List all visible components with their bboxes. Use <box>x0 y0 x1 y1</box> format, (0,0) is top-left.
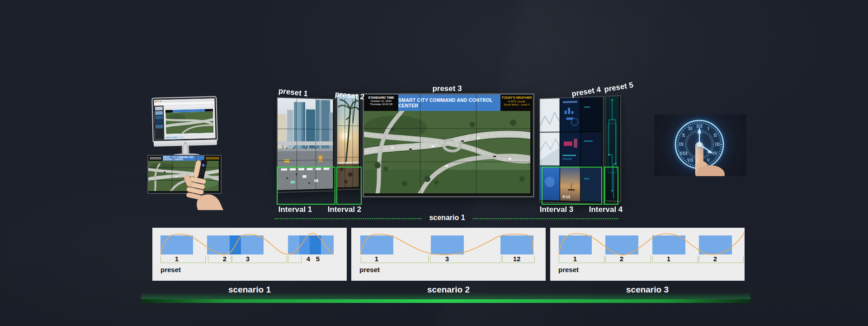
desktop-monitor <box>151 97 218 158</box>
timeline-chart-3 <box>550 228 745 281</box>
preset-number: 12 <box>513 255 521 263</box>
timeline-chart-1 <box>152 228 347 281</box>
interval-label-2: Interval 2 <box>328 205 362 214</box>
preset-number: 1 <box>573 255 577 263</box>
interval-bracket <box>559 256 604 263</box>
hand-remote-illustration <box>173 157 226 210</box>
interval-bracket <box>430 256 501 263</box>
interval-label-3: Interval 3 <box>540 205 574 214</box>
scenario-inline-label: scenario 1 <box>429 214 465 222</box>
preset-label-3: preset 3 <box>432 84 462 93</box>
interval-bracket <box>361 256 429 263</box>
scenario-dotted-line-right <box>473 218 618 219</box>
interval-label-4: Interval 4 <box>589 205 623 214</box>
minimize-icon <box>157 101 159 102</box>
preset-number: 3 <box>246 255 250 263</box>
preset-word-label: preset <box>558 266 579 273</box>
media-thumbnail <box>155 106 163 110</box>
maximize-icon <box>160 101 161 102</box>
preset-number: 1 <box>667 255 670 263</box>
interval-bracket <box>288 256 302 263</box>
interval-bracket <box>208 256 231 263</box>
media-thumbnail <box>155 111 163 115</box>
editor-canvas <box>165 108 214 134</box>
banner-time-box: STANDARD TIME October 11, 2024 Thursday … <box>364 95 398 111</box>
interval-bracket <box>652 256 698 263</box>
clock-hands <box>654 115 746 176</box>
green-bar-glow <box>141 292 750 299</box>
monitor-stand <box>182 146 189 153</box>
wall-banner: STANDARD TIME October 11, 2024 Thursday … <box>364 95 533 111</box>
preset-number: 2 <box>620 255 623 263</box>
weather-title: TODAY'S WEATHER <box>500 96 533 99</box>
timeline-strip <box>164 134 215 139</box>
preset-screen-3: STANDARD TIME October 11, 2024 Thursday … <box>363 93 534 197</box>
media-thumbnail <box>156 120 163 124</box>
monitor-screen <box>152 97 217 141</box>
interval-box-1 <box>277 167 335 205</box>
timeline-chart-2 <box>351 228 546 281</box>
interval-bracket <box>605 256 651 263</box>
preset-label-5: preset 5 <box>604 81 634 94</box>
close-icon <box>155 101 156 102</box>
wall-editor-app <box>154 98 215 139</box>
interval-bracket <box>232 256 287 263</box>
monitor-logo-icon <box>184 142 186 144</box>
interval-bracket <box>699 256 744 263</box>
weather-wind: South Wind – Level 3 <box>500 103 533 106</box>
preset-number: 2 <box>223 255 226 263</box>
media-thumbnail <box>156 125 163 128</box>
clock-photo: XII I II III IV V VI VII VIII IX X XI <box>654 115 746 176</box>
monitor-chin <box>154 139 217 147</box>
interval-label-1: Interval 1 <box>278 205 312 214</box>
preset-number: 2 <box>713 255 717 263</box>
mini-interchange-image <box>165 111 213 134</box>
preset-number: 4 <box>307 255 310 263</box>
time-title: STANDARD TIME <box>364 96 398 99</box>
interval-bracket <box>160 256 206 263</box>
banner-weather-box: TODAY'S WEATHER 8-15℃ cloudy South Wind … <box>500 95 533 111</box>
preset-number: 5 <box>316 255 320 263</box>
weather-cond: 8-15℃ cloudy <box>500 100 533 103</box>
preset-number: 1 <box>175 255 179 263</box>
preset-word-label: preset <box>359 266 380 273</box>
mini-time-box <box>148 156 163 161</box>
banner-title: SMART CITY COMMAND AND CONTROL CENTER <box>398 95 500 111</box>
media-thumbnail <box>155 115 163 119</box>
preset-number: 1 <box>375 255 378 263</box>
media-library-sidebar <box>154 105 165 140</box>
timeline-panel-3: 1 2 1 2 preset <box>550 228 745 281</box>
interval-box-4 <box>604 167 618 205</box>
interchange-image <box>364 111 530 193</box>
green-progress-bar <box>141 299 750 303</box>
preset-word-label: preset <box>160 266 181 273</box>
interval-box-3 <box>542 167 602 205</box>
timeline-panel-2: 1 3 12 preset <box>351 228 546 281</box>
interval-box-2 <box>336 167 362 205</box>
scenario-dotted-line-left <box>275 218 421 219</box>
scene-background: SMART CITY COMMAND AND CONTROL CENTER <box>0 0 868 326</box>
time-day: Thursday 16:41:38 <box>364 103 398 105</box>
time-date: October 11, 2024 <box>364 100 398 102</box>
preset-number: 3 <box>445 255 449 263</box>
timeline-panel-1: 1 2 3 4 5 preset <box>152 228 347 281</box>
